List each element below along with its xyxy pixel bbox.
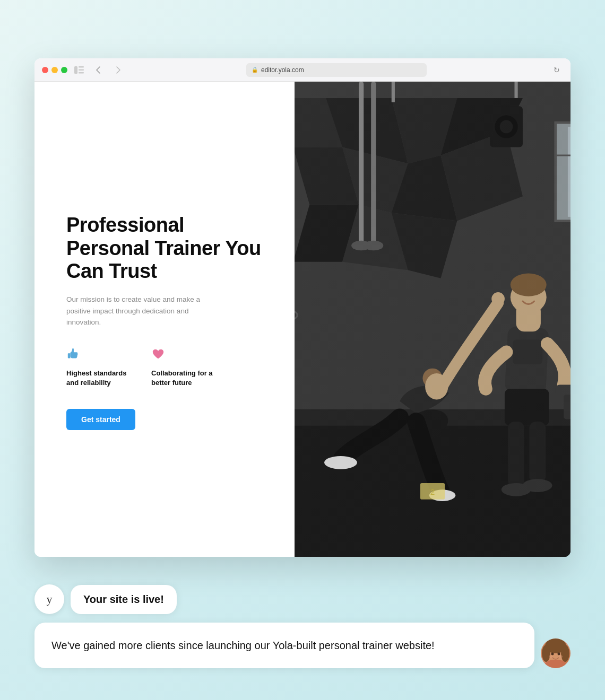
lock-icon: 🔒 [252, 67, 258, 73]
svg-point-68 [551, 653, 554, 655]
browser-toolbar: 🔒 editor.yola.com ↻ [34, 58, 571, 82]
traffic-light-red[interactable] [42, 67, 48, 73]
traffic-lights [42, 67, 67, 73]
svg-rect-3 [79, 72, 84, 74]
svg-point-70 [549, 655, 553, 658]
address-bar-container: 🔒 editor.yola.com [130, 63, 543, 77]
chat-section: y Your site is live! We've gained more c… [34, 584, 571, 668]
traffic-light-yellow[interactable] [51, 67, 58, 73]
reload-button[interactable]: ↻ [550, 64, 563, 76]
browser-window: 🔒 editor.yola.com ↻ Professional Persona… [34, 58, 571, 557]
chat-row-testimonial: We've gained more clients since launchin… [34, 623, 571, 668]
address-bar[interactable]: 🔒 editor.yola.com [246, 63, 427, 77]
feature-standards-text: Highest standards and reliability [66, 369, 130, 388]
hero-subtitle: Our mission is to create value and make … [66, 294, 215, 328]
get-started-button[interactable]: Get started [66, 409, 135, 430]
gym-image: 2 [295, 82, 571, 557]
user-avatar [541, 638, 571, 668]
forward-button[interactable] [112, 64, 125, 76]
yola-avatar: y [34, 584, 64, 614]
svg-point-71 [558, 655, 563, 658]
svg-rect-0 [74, 66, 77, 74]
hero-title: Professional Personal Trainer You Can Tr… [66, 214, 268, 283]
hero-right-panel: 2 [295, 82, 571, 557]
chat-bubble-live: Your site is live! [71, 585, 177, 614]
svg-point-67 [561, 645, 569, 662]
feature-standards: Highest standards and reliability [66, 347, 130, 388]
hero-left-panel: Professional Personal Trainer You Can Tr… [34, 82, 295, 557]
feature-collaborating: Collaborating for a better future [151, 347, 215, 388]
features-row: Highest standards and reliability Collab… [66, 347, 268, 388]
heart-icon [151, 347, 215, 364]
chat-bubble-testimonial: We've gained more clients since launchin… [34, 623, 534, 668]
back-button[interactable] [92, 64, 105, 76]
svg-rect-1 [79, 66, 84, 68]
svg-point-66 [542, 645, 550, 662]
browser-content: Professional Personal Trainer You Can Tr… [34, 82, 571, 557]
chat-row-live: y Your site is live! [34, 584, 571, 614]
url-text: editor.yola.com [261, 66, 304, 74]
svg-point-69 [558, 653, 560, 655]
traffic-light-green[interactable] [61, 67, 67, 73]
svg-rect-62 [295, 82, 571, 557]
svg-rect-2 [79, 69, 84, 71]
thumbs-up-icon [66, 347, 130, 364]
sidebar-toggle-icon[interactable] [74, 65, 84, 75]
feature-collaborating-text: Collaborating for a better future [151, 369, 215, 388]
